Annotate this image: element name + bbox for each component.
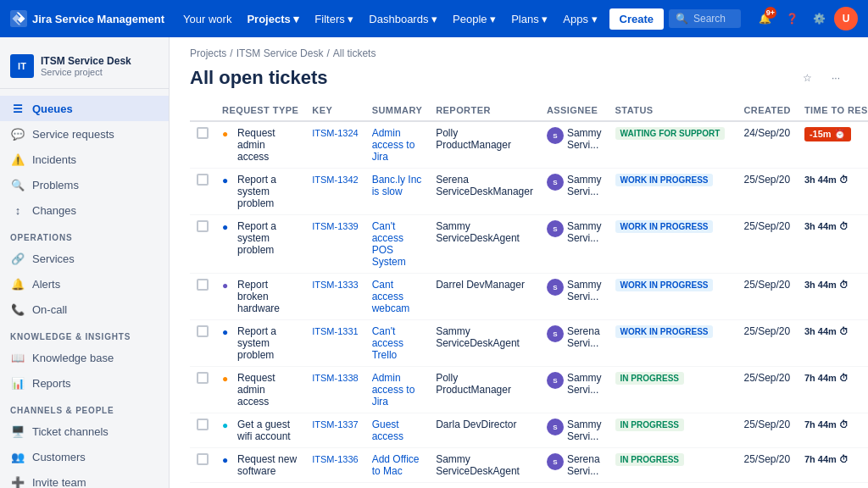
request-type-icon: ●	[222, 221, 234, 233]
sidebar-item-knowledge-base[interactable]: 📖 Knowledge base	[0, 345, 169, 370]
user-avatar[interactable]: U	[834, 7, 858, 30]
col-checkbox	[190, 100, 215, 121]
summary-link[interactable]: Can't access POS System	[372, 220, 406, 268]
row-checkbox[interactable]	[197, 419, 209, 430]
nav-plans[interactable]: Plans ▾	[504, 9, 554, 29]
nav-your-work[interactable]: Your work	[176, 9, 238, 29]
help-icon[interactable]: ❓	[780, 7, 804, 30]
summary-link[interactable]: Admin access to Jira	[372, 127, 415, 163]
row-checkbox[interactable]	[197, 174, 209, 186]
status-badge: WORK IN PROGRESS	[615, 220, 714, 233]
summary-link[interactable]: Banc.ly Inc is slow	[372, 174, 422, 197]
summary-link[interactable]: Cant access webcam	[372, 279, 410, 314]
key-link[interactable]: ITSM-1338	[312, 373, 358, 383]
sidebar-item-incidents[interactable]: ⚠️ Incidents	[0, 147, 169, 172]
row-checkbox[interactable]	[197, 279, 209, 291]
col-key[interactable]: Key	[305, 100, 364, 121]
request-type-icon: ●	[222, 280, 234, 291]
row-checkbox[interactable]	[197, 220, 209, 232]
key-link[interactable]: ITSM-1337	[312, 419, 358, 430]
sidebar-item-alerts[interactable]: 🔔 Alerts	[0, 271, 169, 297]
row-checkbox[interactable]	[197, 325, 209, 337]
sidebar-item-on-call[interactable]: 📞 On-call	[0, 297, 169, 322]
row-checkbox[interactable]	[197, 127, 209, 139]
sidebar-item-changes[interactable]: ↕️ Changes	[0, 197, 169, 223]
key-link[interactable]: ITSM-1336	[312, 454, 358, 464]
reporter-cell: Sammy ServiceDeskAgent	[429, 320, 540, 367]
time-cell: 3h 44m ⏱	[798, 169, 868, 215]
created-date: 25/Sep/20	[743, 220, 790, 232]
breadcrumb-current: All tickets	[333, 47, 376, 59]
col-summary[interactable]: Summary	[365, 100, 430, 121]
sidebar-label-customers: Customers	[32, 451, 86, 463]
row-checkbox[interactable]	[197, 372, 209, 384]
assignee-cell: S Sammy Servi...	[540, 413, 609, 448]
col-created[interactable]: Created	[737, 100, 797, 121]
search-input[interactable]	[693, 13, 734, 25]
summary-link[interactable]: Admin access to Jira	[372, 372, 415, 408]
col-assignee[interactable]: Assignee	[540, 100, 609, 121]
create-button[interactable]: Create	[609, 8, 664, 30]
created-cell: 25/Sep/20	[737, 448, 797, 483]
summary-cell: Need new keyboard	[365, 483, 430, 489]
more-options-icon[interactable]: ···	[824, 66, 848, 90]
key-link[interactable]: ITSM-1324	[312, 128, 358, 138]
summary-link[interactable]: Guest access	[372, 419, 403, 442]
nav-dashboards[interactable]: Dashboards ▾	[362, 9, 444, 29]
tickets-table: Request Type Key Summary Reporter Assign…	[190, 100, 868, 488]
reporter-name: Darla DevDirector	[436, 419, 516, 430]
time-cell: -15m ⏰	[798, 121, 868, 169]
row-checkbox-cell	[190, 367, 215, 413]
nav-people[interactable]: People ▾	[446, 9, 503, 29]
sidebar-item-problems[interactable]: 🔍 Problems	[0, 172, 169, 197]
sidebar-item-invite-team[interactable]: ➕ Invite team	[0, 469, 169, 488]
request-type-label: Request new software	[237, 453, 298, 477]
summary-cell: Add Office to Mac	[365, 448, 430, 483]
sidebar-label-invite-team: Invite team	[32, 476, 86, 489]
created-cell: 24/Sep/20	[737, 121, 797, 169]
star-icon[interactable]: ☆	[795, 66, 819, 90]
nav-projects[interactable]: Projects ▾	[240, 9, 306, 29]
key-cell: ITSM-1342	[305, 169, 364, 215]
breadcrumb-itsm[interactable]: ITSM Service Desk	[236, 47, 324, 59]
sidebar-item-service-requests[interactable]: 💬 Service requests	[0, 121, 169, 147]
customers-icon: 👥	[10, 449, 25, 464]
nav-apps[interactable]: Apps ▾	[556, 9, 604, 29]
created-cell: 25/Sep/20	[737, 367, 797, 413]
key-link[interactable]: ITSM-1339	[312, 221, 358, 231]
settings-icon[interactable]: ⚙️	[807, 7, 831, 30]
status-cell: WORK IN PROGRESS	[609, 320, 737, 367]
breadcrumb-projects[interactable]: Projects	[190, 47, 226, 59]
time-normal: 3h 44m ⏱	[804, 221, 849, 231]
key-link[interactable]: ITSM-1331	[312, 326, 358, 336]
request-type-cell: ● Request new hardware	[215, 483, 305, 489]
sidebar-item-queues[interactable]: ☰ Queues	[0, 96, 169, 121]
summary-link[interactable]: Can't access Trello	[372, 325, 403, 361]
reporter-cell: Serena ServiceDeskManager	[429, 169, 540, 215]
col-status[interactable]: Status	[609, 100, 737, 121]
col-reporter[interactable]: Reporter	[429, 100, 540, 121]
notifications-icon[interactable]: 🔔 9+	[753, 7, 776, 30]
created-cell: 25/Sep/20	[737, 274, 797, 320]
nav-filters[interactable]: Filters ▾	[308, 9, 360, 29]
search-box[interactable]: 🔍	[669, 9, 741, 28]
sidebar-item-reports[interactable]: 📊 Reports	[0, 370, 169, 396]
row-checkbox-cell	[190, 448, 215, 483]
key-link[interactable]: ITSM-1333	[312, 280, 358, 290]
app-logo[interactable]: Jira Service Management	[10, 10, 164, 27]
sidebar-item-ticket-channels[interactable]: 🖥️ Ticket channels	[0, 419, 169, 444]
request-type-cell: ● Report a system problem	[215, 320, 305, 367]
request-type-label: Report a system problem	[237, 325, 298, 361]
key-link[interactable]: ITSM-1342	[312, 175, 358, 185]
section-channels: CHANNELS & PEOPLE	[0, 396, 169, 419]
request-type-cell: ● Report broken hardware	[215, 274, 305, 320]
summary-link[interactable]: Add Office to Mac	[372, 453, 420, 477]
col-request-type[interactable]: Request Type	[215, 100, 305, 121]
sidebar-item-customers[interactable]: 👥 Customers	[0, 444, 169, 469]
col-time-resolution[interactable]: Time to resolu... ▲	[798, 100, 868, 121]
row-checkbox[interactable]	[197, 453, 209, 465]
sidebar-item-services[interactable]: 🔗 Services	[0, 246, 169, 271]
request-type-cell: ● Get a guest wifi account	[215, 413, 305, 448]
invite-team-icon: ➕	[10, 474, 25, 488]
table-body: ● Request admin access ITSM-1324 Admin a…	[190, 121, 868, 488]
